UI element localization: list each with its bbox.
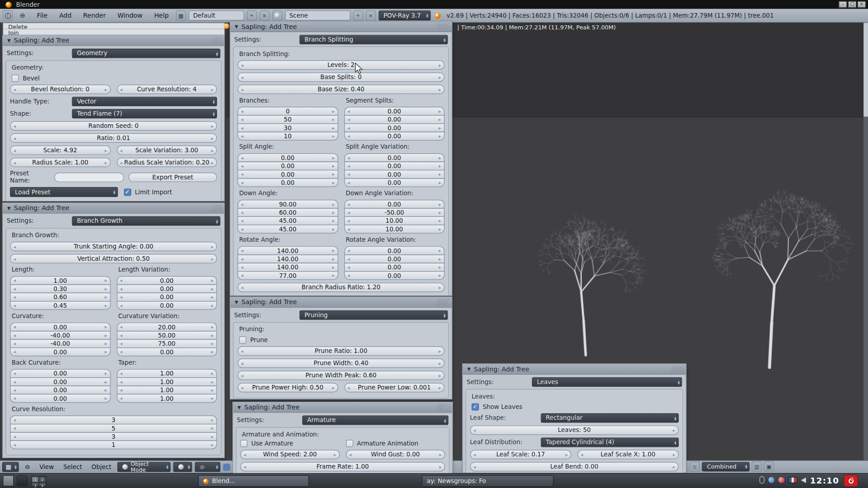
leaf-bend-slider[interactable]: Leaf Bend: 0.00: [470, 462, 679, 471]
collapse-triangle-icon[interactable]: ▼: [467, 366, 471, 371]
leaf-shape-dropdown[interactable]: Rectangular▲▼: [541, 413, 679, 423]
volume-icon[interactable]: [801, 477, 806, 483]
collapse-triangle-icon[interactable]: ▼: [235, 300, 238, 305]
shape-dropdown[interactable]: Tend Flame (7)▲▼: [72, 109, 217, 118]
collapse-triangle-icon[interactable]: ▼: [7, 38, 11, 43]
workspace-4[interactable]: 4: [39, 483, 46, 488]
collapse-menus-icon[interactable]: ⊖: [15, 12, 29, 19]
value-slider[interactable]: 0.00: [10, 323, 110, 332]
settings-dropdown[interactable]: Branch Splitting▲▼: [299, 35, 448, 44]
wind-speed-slider[interactable]: Wind Speed: 2.00: [240, 450, 340, 460]
prune-ratio-slider[interactable]: Prune Ratio: 1.00: [237, 347, 444, 356]
prune-checkbox[interactable]: [239, 336, 246, 343]
editor-type-button[interactable]: i: [3, 10, 13, 20]
menu-item-delete[interactable]: Delete: [3, 23, 224, 29]
updates-tray-icon[interactable]: [769, 477, 774, 483]
settings-dropdown[interactable]: Pruning▲▼: [299, 310, 448, 320]
value-slider[interactable]: 140.00: [237, 263, 338, 272]
panel-drag-grip[interactable]: [437, 404, 450, 411]
value-slider[interactable]: 45.00: [237, 225, 338, 234]
scene-icon[interactable]: [272, 10, 282, 20]
menu-select[interactable]: Select: [60, 464, 85, 471]
value-slider[interactable]: 45.00: [237, 216, 338, 225]
panel-drag-grip[interactable]: [209, 37, 222, 44]
radius-scale-variation-slider[interactable]: Radius Scale Variation: 0.20: [117, 158, 217, 167]
image-channels-icon[interactable]: ▥: [752, 461, 762, 471]
value-slider[interactable]: 5: [10, 424, 217, 433]
value-slider[interactable]: 10.00: [344, 216, 444, 225]
value-slider[interactable]: 0.00: [117, 347, 217, 357]
panel-drag-grip[interactable]: [437, 23, 450, 30]
menu-object[interactable]: Object: [88, 464, 115, 471]
panel-header[interactable]: ▼ Sapling: Add Tree: [463, 364, 686, 375]
value-slider[interactable]: 1.00: [117, 394, 217, 403]
value-slider[interactable]: 0.00: [10, 394, 110, 403]
value-slider[interactable]: 50.00: [117, 331, 217, 340]
power-button[interactable]: [844, 475, 858, 487]
prune-width-slider[interactable]: Prune Width: 0.40: [237, 358, 444, 368]
leaf-scale-slider[interactable]: Leaf Scale: 0.17: [470, 450, 571, 460]
render-pass-dropdown[interactable]: Combined ▲▼: [702, 462, 750, 471]
value-slider[interactable]: 0.00: [10, 347, 110, 357]
menu-view[interactable]: View: [36, 464, 57, 471]
panel-header[interactable]: ▼ Sapling: Add Tree: [230, 22, 452, 32]
prune-power-high-slider[interactable]: Prune Power High: 0.50: [237, 383, 338, 392]
value-slider[interactable]: -40.00: [10, 331, 110, 340]
delete-layout-button[interactable]: ×: [259, 10, 269, 20]
mouse-tray-icon[interactable]: [760, 476, 764, 483]
value-slider[interactable]: 1: [10, 441, 217, 450]
taskbar-window-blender[interactable]: Blend...: [198, 475, 309, 487]
scene-field[interactable]: Scene: [285, 10, 350, 20]
radius-scale-slider[interactable]: Radius Scale: 1.00: [10, 158, 110, 167]
add-scene-button[interactable]: ＋: [353, 10, 363, 20]
value-slider[interactable]: 0.00: [344, 271, 444, 280]
export-preset-button[interactable]: Export Preset: [128, 172, 217, 182]
value-slider[interactable]: 1.00: [117, 385, 217, 394]
value-slider[interactable]: -40.00: [10, 339, 110, 348]
workspace-1[interactable]: 1: [32, 476, 39, 482]
value-slider[interactable]: 1.00: [117, 377, 217, 386]
viewport-shading-dropdown[interactable]: ▲▼: [173, 462, 192, 472]
prune-width-peak-slider[interactable]: Prune Width Peak: 0.60: [237, 371, 444, 380]
use-armature-checkbox[interactable]: [240, 440, 247, 447]
levels-slider[interactable]: Levels: 2: [237, 60, 444, 70]
bevel-resolution-slider[interactable]: Bevel Resolution: 0: [10, 84, 110, 94]
value-slider[interactable]: 60.00: [237, 208, 338, 217]
launcher-icon[interactable]: [3, 475, 14, 486]
workspace-2[interactable]: 2: [39, 476, 46, 482]
prune-power-low-slider[interactable]: Prune Power Low: 0.001: [344, 383, 444, 392]
collapse-triangle-icon[interactable]: ▼: [235, 24, 238, 29]
render-engine-dropdown[interactable]: POV-Ray 3.7 ▲▼: [378, 10, 430, 20]
panel-header[interactable]: ▼ Sapling: Add Tree: [233, 402, 453, 413]
panel-header[interactable]: ▼ Sapling: Add Tree: [3, 203, 224, 213]
editor-type-dropdown[interactable]: ▦▲▼: [2, 462, 19, 472]
value-slider[interactable]: 0.00: [344, 254, 444, 263]
value-slider[interactable]: 0.00: [237, 153, 338, 162]
bevel-checkbox[interactable]: [12, 75, 19, 82]
value-slider[interactable]: 10.00: [344, 225, 444, 234]
terminal-icon[interactable]: [17, 475, 28, 486]
panel-drag-grip[interactable]: [209, 205, 222, 212]
value-slider[interactable]: 0.00: [344, 107, 444, 116]
menu-window[interactable]: Window: [113, 12, 147, 19]
value-slider[interactable]: 90.00: [237, 200, 338, 209]
status-tray-icon[interactable]: [778, 477, 784, 483]
base-size-slider[interactable]: Base Size: 0.40: [237, 84, 444, 94]
leaf-scale-x-slider[interactable]: Leaf Scale X: 1.00: [577, 450, 679, 460]
value-slider[interactable]: 0.60: [10, 293, 110, 302]
workspace-3[interactable]: 3: [32, 483, 39, 488]
panel-drag-grip[interactable]: [437, 299, 450, 306]
image-options-icon[interactable]: ▣: [764, 461, 774, 471]
collapse-menus-icon[interactable]: ⊖: [22, 464, 33, 471]
value-slider[interactable]: 0.00: [117, 293, 217, 302]
leaves-count-slider[interactable]: Leaves: 50: [470, 426, 679, 435]
curve-resolution-slider[interactable]: Curve Resolution: 4: [117, 84, 217, 94]
value-slider[interactable]: 0.00: [117, 276, 217, 285]
armature-animation-checkbox[interactable]: [346, 440, 353, 447]
random-seed-slider[interactable]: Random Seed: 0: [10, 121, 217, 131]
settings-dropdown[interactable]: Geometry▲▼: [72, 49, 220, 58]
screen-layout-field[interactable]: Default: [189, 10, 244, 20]
collapse-triangle-icon[interactable]: ▼: [237, 405, 241, 410]
close-button[interactable]: ×: [858, 1, 866, 8]
value-slider[interactable]: 75.00: [117, 339, 217, 348]
